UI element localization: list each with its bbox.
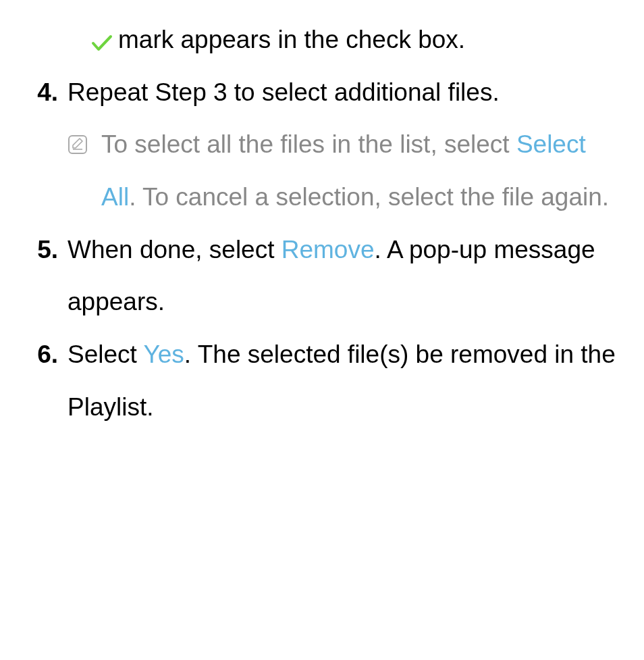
note-body: To select all the files in the list, sel… [101, 118, 617, 223]
step-6-highlight-yes: Yes [143, 340, 184, 368]
note-pre: To select all the files in the list, sel… [101, 130, 516, 158]
step3-continuation: mark appears in the check box. [27, 14, 617, 66]
note-pencil-icon [68, 118, 101, 155]
step-5-pre: When done, select [68, 236, 281, 263]
svg-rect-0 [69, 136, 86, 153]
note-post: . To cancel a selection, select the file… [129, 183, 609, 211]
step-4-number: 4. [27, 66, 68, 119]
step-6-number: 6. [27, 328, 68, 381]
step-6-pre: Select [68, 340, 143, 368]
step3-tail-text: mark appears in the check box. [118, 14, 465, 66]
step-5-body: When done, select Remove. A pop-up messa… [68, 224, 617, 328]
checkmark-icon [91, 14, 118, 66]
step-6-body: Select Yes. The selected file(s) be remo… [68, 328, 617, 433]
step-4-body: Repeat Step 3 to select additional files… [68, 66, 617, 119]
step-4: 4. Repeat Step 3 to select additional fi… [27, 66, 617, 119]
step-5-highlight-remove: Remove [281, 236, 375, 263]
note: To select all the files in the list, sel… [27, 118, 617, 223]
step-5: 5. When done, select Remove. A pop-up me… [27, 224, 617, 328]
step-5-number: 5. [27, 224, 68, 276]
step-6: 6. Select Yes. The selected file(s) be r… [27, 328, 617, 433]
